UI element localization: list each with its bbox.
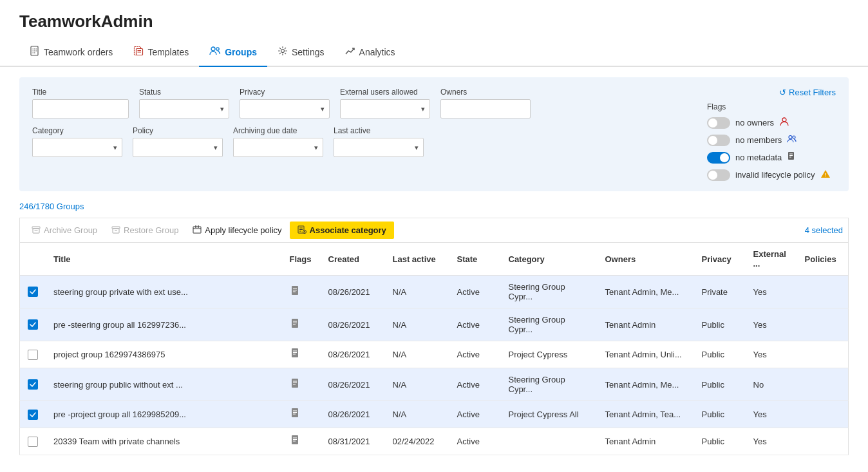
checkbox-empty[interactable] <box>28 437 38 447</box>
templates-icon <box>133 46 144 58</box>
filter-archiving-select[interactable] <box>233 138 323 157</box>
row-policies <box>797 341 849 368</box>
row-privacy: Public <box>694 428 746 455</box>
teamwork-orders-icon <box>30 46 40 58</box>
doc-flag-icon <box>290 352 301 361</box>
archive-group-button[interactable]: Archive Group <box>25 222 104 239</box>
row-created: 08/26/2021 <box>321 368 385 401</box>
associate-icon <box>297 225 307 236</box>
row-lastactive: N/A <box>385 341 449 368</box>
row-title: steering group public without ext ... <box>46 368 282 401</box>
svg-point-9 <box>216 48 219 50</box>
filter-category-select[interactable] <box>32 138 122 157</box>
nav-item-teamwork-orders[interactable]: Teamwork orders <box>19 38 123 67</box>
filter-lastactive-group: Last active ▾ <box>334 126 424 157</box>
no-metadata-icon <box>787 151 797 164</box>
flag-invalid-lifecycle-label: invalid lifecycle policy <box>735 170 815 180</box>
row-category: Steering Group Cypr... <box>501 368 598 401</box>
filter-privacy-select[interactable] <box>240 99 330 118</box>
row-privacy: Public <box>694 308 746 341</box>
row-external: Yes <box>746 276 797 308</box>
checkbox-checked[interactable] <box>28 379 38 390</box>
col-header-lastactive[interactable]: Last active <box>385 243 449 276</box>
col-header-category[interactable]: Category <box>501 243 598 276</box>
row-checkbox-cell <box>20 368 46 401</box>
checkbox-checked[interactable] <box>28 410 38 420</box>
row-external: Yes <box>746 428 797 455</box>
row-flags <box>282 276 321 308</box>
flag-no-owners: no owners <box>707 117 836 129</box>
row-policies <box>797 308 849 341</box>
nav-item-analytics[interactable]: Analytics <box>335 38 406 67</box>
lifecycle-label: Apply lifecycle policy <box>205 225 281 235</box>
filter-title-group: Title <box>32 88 129 118</box>
filter-status-select[interactable] <box>139 99 229 118</box>
row-category: Steering Group Cypr... <box>501 308 598 341</box>
col-header-privacy[interactable]: Privacy <box>694 243 746 276</box>
row-owners: Tenant Admin <box>598 308 694 341</box>
filter-archiving-label: Archiving due date <box>233 126 323 135</box>
row-title: steering group private with ext use... <box>46 276 282 308</box>
col-header-flags[interactable]: Flags <box>282 243 321 276</box>
nav-item-templates[interactable]: Templates <box>123 38 199 67</box>
row-owners: Tenant Admin, Me... <box>598 276 694 308</box>
nav-item-groups[interactable]: Groups <box>199 38 267 67</box>
col-header-policies[interactable]: Policies <box>797 243 849 276</box>
filter-external-select[interactable] <box>340 99 430 118</box>
row-created: 08/31/2021 <box>321 428 385 455</box>
flag-no-members-label: no members <box>735 135 782 145</box>
col-header-state[interactable]: State <box>449 243 501 276</box>
row-owners: Tenant Admin, Me... <box>598 368 694 401</box>
apply-lifecycle-button[interactable]: Apply lifecycle policy <box>186 222 288 239</box>
filters-section: Title Status ▾ Privacy <box>19 77 849 191</box>
row-policies <box>797 276 849 308</box>
row-lastactive: N/A <box>385 276 449 308</box>
reset-filters-button[interactable]: ↺ Reset Filters <box>779 88 836 97</box>
filter-owners-group: Owners <box>440 88 531 118</box>
col-header-title[interactable]: Title <box>46 243 282 276</box>
row-lastactive: 02/24/2022 <box>385 428 449 455</box>
filter-lastactive-select[interactable] <box>334 138 424 157</box>
archive-label: Archive Group <box>44 225 97 235</box>
filter-status-group: Status ▾ <box>139 88 229 118</box>
no-owners-icon <box>779 117 789 129</box>
row-title: project group 1629974386975 <box>46 341 282 368</box>
table-row: pre -project group all 1629985209... 08/… <box>20 401 849 428</box>
nav-item-settings[interactable]: Settings <box>267 38 335 67</box>
toggle-no-members[interactable] <box>707 135 730 146</box>
filter-policy-group: Policy ▾ <box>133 126 223 157</box>
row-policies <box>797 368 849 401</box>
svg-point-8 <box>211 47 215 51</box>
filter-owners-input[interactable] <box>440 99 531 118</box>
checkbox-checked[interactable] <box>28 319 38 330</box>
row-created: 08/26/2021 <box>321 401 385 428</box>
filter-policy-select[interactable] <box>133 138 223 157</box>
toggle-no-owners[interactable] <box>707 117 730 129</box>
col-header-created[interactable]: Created <box>321 243 385 276</box>
restore-group-button[interactable]: Restore Group <box>105 222 185 239</box>
col-header-external[interactable]: External ... <box>746 243 797 276</box>
row-category <box>501 428 598 455</box>
associate-category-button[interactable]: Associate category <box>290 222 394 239</box>
filter-lastactive-label: Last active <box>334 126 424 135</box>
flag-no-metadata-label: no metadata <box>735 153 782 162</box>
row-privacy: Private <box>694 276 746 308</box>
filter-category-group: Category ▾ <box>32 126 122 157</box>
row-external: No <box>746 368 797 401</box>
toggle-no-metadata[interactable] <box>707 152 730 164</box>
row-state: Active <box>449 368 501 401</box>
nav-label-teamwork-orders: Teamwork orders <box>44 47 113 57</box>
row-title: pre -steering group all 162997236... <box>46 308 282 341</box>
checkbox-empty[interactable] <box>28 350 38 360</box>
nav-label-analytics: Analytics <box>359 47 395 57</box>
row-checkbox-cell <box>20 401 46 428</box>
row-policies <box>797 401 849 428</box>
col-header-owners[interactable]: Owners <box>598 243 694 276</box>
content-area: 246/1780 Groups Archive Group Restore Gr… <box>0 202 868 455</box>
table-row: steering group private with ext use... 0… <box>20 276 849 308</box>
filter-title-input[interactable] <box>32 99 129 118</box>
checkbox-checked[interactable] <box>28 287 38 297</box>
nav-label-groups: Groups <box>225 47 257 57</box>
toggle-invalid-lifecycle[interactable] <box>707 169 730 181</box>
row-flags <box>282 428 321 455</box>
